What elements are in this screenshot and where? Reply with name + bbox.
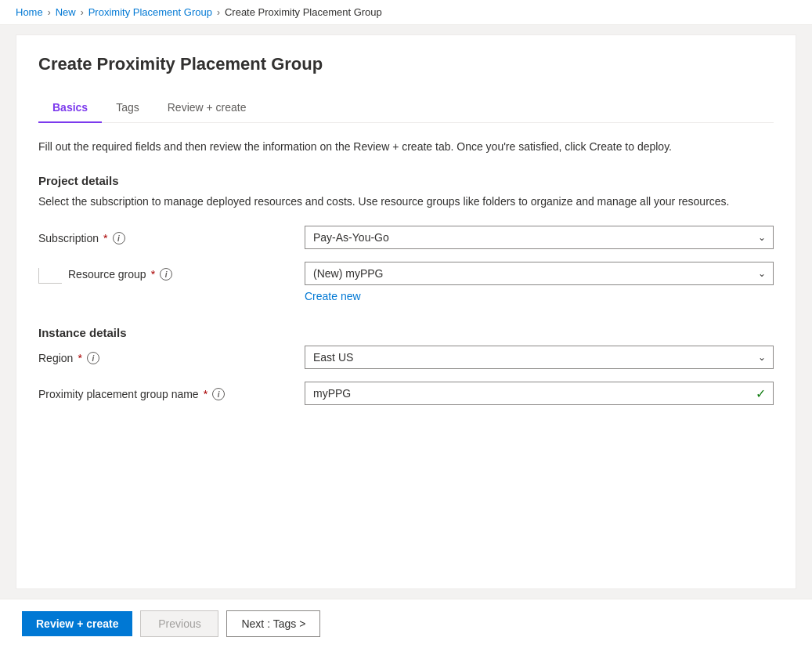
breadcrumb: Home › New › Proximity Placement Group ›…: [0, 0, 812, 25]
resource-group-dropdown-wrapper: (New) myPPG ⌄: [305, 262, 774, 285]
breadcrumb-current: Create Proximity Placement Group: [225, 6, 382, 18]
breadcrumb-ppg[interactable]: Proximity Placement Group: [88, 6, 212, 18]
indent-line: [38, 268, 62, 284]
ppg-name-label: Proximity placement group name: [38, 388, 199, 400]
subscription-label-col: Subscription * i: [38, 226, 305, 244]
subscription-info-icon[interactable]: i: [113, 232, 125, 244]
ppg-name-row: Proximity placement group name * i ✓: [38, 382, 774, 405]
review-create-button[interactable]: Review + create: [22, 611, 132, 636]
ppg-name-input-wrapper: ✓: [305, 382, 774, 405]
resource-group-info-icon[interactable]: i: [160, 268, 172, 281]
resource-group-control: (New) myPPG ⌄ Create new: [305, 262, 774, 302]
region-control: East US ⌄: [305, 346, 774, 369]
region-label: Region: [38, 352, 73, 364]
resource-group-required: *: [151, 268, 155, 281]
breadcrumb-home[interactable]: Home: [16, 6, 43, 18]
subscription-row: Subscription * i Pay-As-You-Go ⌄: [38, 226, 774, 249]
ppg-name-input[interactable]: [305, 382, 774, 405]
resource-group-dropdown[interactable]: (New) myPPG: [305, 262, 774, 285]
instance-details-heading: Instance details: [38, 326, 774, 339]
next-button[interactable]: Next : Tags >: [226, 610, 320, 637]
region-label-col: Region * i: [38, 346, 305, 364]
subscription-dropdown[interactable]: Pay-As-You-Go: [305, 226, 774, 249]
instance-details-section: Instance details Region * i East US ⌄: [38, 326, 774, 405]
resource-group-label-col: Resource group * i: [38, 262, 305, 284]
subscription-label: Subscription: [38, 232, 99, 244]
subscription-required: *: [103, 232, 107, 244]
breadcrumb-sep-3: ›: [217, 7, 220, 18]
region-info-icon[interactable]: i: [87, 352, 99, 364]
resource-group-row: Resource group * i (New) myPPG ⌄ Create …: [38, 262, 774, 302]
subscription-control: Pay-As-You-Go ⌄: [305, 226, 774, 249]
ppg-name-info-icon[interactable]: i: [212, 388, 225, 400]
previous-button: Previous: [140, 610, 218, 637]
tab-basics[interactable]: Basics: [38, 93, 102, 123]
ppg-name-check-icon: ✓: [756, 386, 766, 401]
breadcrumb-sep-1: ›: [48, 7, 51, 18]
project-details-heading: Project details: [38, 174, 774, 187]
region-required: *: [78, 352, 81, 364]
subscription-dropdown-wrapper: Pay-As-You-Go ⌄: [305, 226, 774, 249]
tab-review-create[interactable]: Review + create: [153, 93, 261, 123]
ppg-name-control: ✓: [305, 382, 774, 405]
region-dropdown-wrapper: East US ⌄: [305, 346, 774, 369]
tab-bar: Basics Tags Review + create: [38, 93, 774, 123]
main-content: Create Proximity Placement Group Basics …: [16, 34, 796, 589]
resource-group-label: Resource group: [68, 268, 146, 281]
tab-tags[interactable]: Tags: [102, 93, 153, 123]
page-title: Create Proximity Placement Group: [38, 54, 774, 74]
region-row: Region * i East US ⌄: [38, 346, 774, 369]
breadcrumb-sep-2: ›: [81, 7, 84, 18]
project-details-desc: Select the subscription to manage deploy…: [38, 194, 774, 210]
region-dropdown[interactable]: East US: [305, 346, 774, 369]
ppg-name-label-col: Proximity placement group name * i: [38, 382, 305, 400]
ppg-name-required: *: [204, 388, 208, 400]
breadcrumb-new[interactable]: New: [56, 6, 76, 18]
create-new-link[interactable]: Create new: [305, 290, 361, 302]
bottom-bar: Review + create Previous Next : Tags >: [0, 599, 812, 648]
project-details-section: Project details Select the subscription …: [38, 174, 774, 302]
form-description: Fill out the required fields and then re…: [38, 139, 774, 155]
